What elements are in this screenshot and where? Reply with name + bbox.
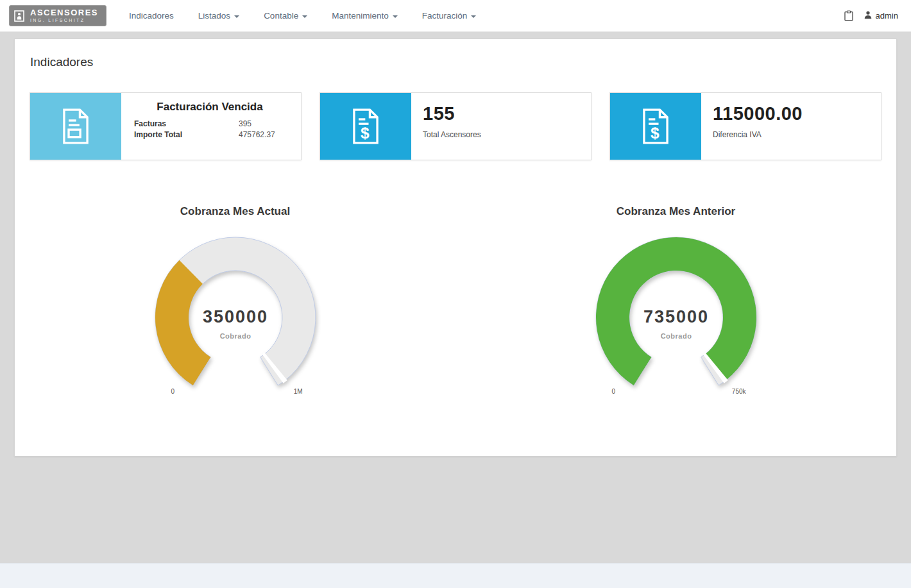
chevron-down-icon xyxy=(234,15,239,18)
svg-text:735000: 735000 xyxy=(643,307,708,326)
gauge-chart: 735000Cobrado0750k xyxy=(577,227,776,407)
stat-cards-row: Facturación Vencida Facturas 395 Importe… xyxy=(30,92,881,160)
nav-item-mantenimiento[interactable]: Mantenimiento xyxy=(319,0,410,32)
chevron-down-icon xyxy=(302,15,307,18)
svg-text:1M: 1M xyxy=(293,388,302,395)
brand-line1: ASCENSORES xyxy=(30,8,98,17)
stat-card-content: 155 Total Ascensores xyxy=(411,93,591,160)
stat-small-label: Diferencia IVA xyxy=(713,130,881,139)
user-icon xyxy=(864,10,873,21)
stat-row-value: 395 xyxy=(239,119,251,128)
svg-text:Cobrado: Cobrado xyxy=(219,332,251,340)
nav-item-listados[interactable]: Listados xyxy=(186,0,251,32)
stat-card-content: Facturación Vencida Facturas 395 Importe… xyxy=(121,93,301,160)
stat-card-facturacion-vencida: Facturación Vencida Facturas 395 Importe… xyxy=(30,92,302,160)
gauge-title: Cobranza Mes Anterior xyxy=(617,205,735,218)
stat-card-total-ascensores: $ 155 Total Ascensores xyxy=(319,92,592,160)
top-navbar: ASCENSORES ING. LIFSCHITZ Indicadores Li… xyxy=(0,0,911,32)
svg-text:750k: 750k xyxy=(731,388,746,395)
main-area: Indicadores Facturación Vencida xyxy=(0,32,911,457)
footer xyxy=(0,563,911,588)
brand-logo[interactable]: ASCENSORES ING. LIFSCHITZ xyxy=(9,5,106,26)
gauge-title: Cobranza Mes Actual xyxy=(180,205,290,218)
invoice-dollar-icon: $ xyxy=(320,93,411,160)
svg-text:Cobrado: Cobrado xyxy=(660,332,692,340)
stat-card-content: 115000.00 Diferencia IVA xyxy=(701,93,881,160)
stat-row-label: Facturas xyxy=(134,119,239,128)
nav-item-contable[interactable]: Contable xyxy=(251,0,319,32)
clipboard-icon[interactable] xyxy=(844,10,853,21)
stat-row-value: 475762.37 xyxy=(239,130,275,139)
nav-item-label: Mantenimiento xyxy=(332,11,389,21)
user-name: admin xyxy=(876,11,898,21)
stat-rows: Facturas 395 Importe Total 475762.37 xyxy=(128,119,292,139)
nav-item-facturacion[interactable]: Facturación xyxy=(410,0,489,32)
svg-text:0: 0 xyxy=(611,388,615,395)
user-menu[interactable]: admin xyxy=(864,10,898,21)
stat-card-title: Facturación Vencida xyxy=(128,101,292,113)
stat-small-label: Total Ascensores xyxy=(423,130,591,139)
nav-item-indicadores[interactable]: Indicadores xyxy=(117,0,186,32)
gauge-cobranza-mes-anterior: Cobranza Mes Anterior 735000Cobrado0750k xyxy=(456,205,896,407)
chevron-down-icon xyxy=(471,15,476,18)
invoice-icon xyxy=(30,93,121,160)
stat-row-facturas: Facturas 395 xyxy=(134,119,292,128)
stat-row-label: Importe Total xyxy=(134,130,239,139)
stat-card-diferencia-iva: $ 115000.00 Diferencia IVA xyxy=(609,92,881,160)
stat-big-value: 155 xyxy=(423,103,591,124)
main-nav: Indicadores Listados Contable Mantenimie… xyxy=(117,0,488,32)
svg-text:$: $ xyxy=(651,124,660,142)
navbar-right: admin xyxy=(844,10,902,21)
gauge-cobranza-mes-actual: Cobranza Mes Actual 350000Cobrado01M xyxy=(15,205,456,407)
svg-text:0: 0 xyxy=(171,388,175,395)
brand-line2: ING. LIFSCHITZ xyxy=(30,17,98,23)
gauges-row: Cobranza Mes Actual 350000Cobrado01M Cob… xyxy=(15,205,896,407)
nav-item-label: Contable xyxy=(264,11,298,21)
gauge-chart: 350000Cobrado01M xyxy=(136,227,335,407)
invoice-dollar-icon: $ xyxy=(610,93,701,160)
chevron-down-icon xyxy=(393,15,398,18)
indicators-panel: Indicadores Facturación Vencida xyxy=(14,38,897,457)
elevator-person-icon xyxy=(14,10,24,24)
stat-row-importe-total: Importe Total 475762.37 xyxy=(134,130,292,139)
nav-item-label: Listados xyxy=(198,11,230,21)
stat-big-value: 115000.00 xyxy=(713,103,881,124)
page-title: Indicadores xyxy=(15,39,896,69)
svg-text:$: $ xyxy=(361,124,370,142)
svg-text:350000: 350000 xyxy=(202,307,268,326)
nav-item-label: Indicadores xyxy=(129,11,174,21)
nav-item-label: Facturación xyxy=(422,11,468,21)
